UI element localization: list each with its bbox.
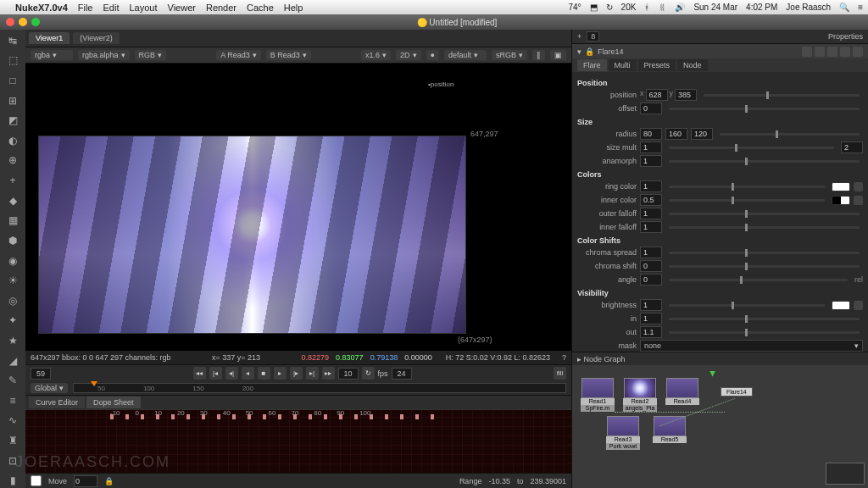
tab-flare[interactable]: Flare	[577, 59, 607, 71]
window-minimize-button[interactable]	[19, 18, 27, 26]
prop-value[interactable]: 1	[640, 299, 662, 311]
node-read5[interactable]: Read5	[653, 416, 687, 443]
prop-value[interactable]: 0	[640, 274, 662, 286]
lock-node-icon[interactable]: 🔒	[585, 47, 594, 56]
viewer-tab-1[interactable]: Viewer1	[29, 32, 70, 44]
increment-field[interactable]: 10	[338, 368, 359, 380]
tool-icon-2[interactable]: □	[4, 73, 21, 88]
keyframe[interactable]	[370, 414, 373, 419]
prop-value[interactable]: 0	[640, 103, 662, 114]
play-back-button[interactable]: ◂	[242, 367, 254, 380]
lock-icon[interactable]: 🔒	[104, 477, 114, 485]
keyframe[interactable]	[125, 414, 129, 419]
keyframe[interactable]	[217, 414, 220, 419]
keyframe[interactable]	[309, 414, 312, 419]
color-expand-button[interactable]	[854, 196, 863, 205]
tool-icon-18[interactable]: ≡	[4, 393, 21, 408]
current-frame-field[interactable]: 59	[31, 368, 51, 380]
play-forward-button[interactable]: ▸	[274, 367, 287, 380]
keyframe[interactable]	[415, 414, 419, 419]
keyframe[interactable]	[141, 414, 144, 419]
input-b-dropdown[interactable]: B Read3▾	[266, 50, 311, 60]
keyframe[interactable]	[232, 414, 236, 419]
app-name[interactable]: NukeX7.0v4	[15, 3, 68, 13]
keyframe[interactable]	[385, 414, 388, 419]
tool-icon-4[interactable]: ◩	[4, 113, 21, 128]
prop-value-x[interactable]: 628	[646, 89, 668, 101]
tool-icon-9[interactable]: ▦	[4, 213, 21, 228]
tool-icon-6[interactable]: ⊕	[4, 153, 21, 169]
move-checkbox[interactable]	[31, 475, 42, 486]
prop-value[interactable]: 1	[640, 247, 662, 258]
step-back-button[interactable]: ◂|	[225, 367, 238, 380]
tool-icon-13[interactable]: ◎	[4, 293, 21, 308]
node-read3[interactable]: Read3Pork wowt	[606, 416, 640, 450]
viewer-process-dropdown[interactable]: sRGB▾	[492, 50, 527, 60]
prop-slider[interactable]	[669, 331, 860, 334]
menu-cache[interactable]: Cache	[247, 3, 274, 13]
node-graph[interactable]: ▲ Read1SpFire.mRead2angels_PlaRead4Read3…	[572, 365, 868, 488]
move-field[interactable]	[74, 475, 97, 487]
prop-value[interactable]: 120	[691, 128, 713, 140]
alpha-dropdown[interactable]: rgba.alpha▾	[78, 50, 130, 60]
range-mode-dropdown[interactable]: Global▾	[31, 383, 68, 393]
prop-value[interactable]: 1	[640, 180, 662, 192]
prop-slider[interactable]	[720, 133, 860, 136]
tool-icon-10[interactable]: ⬢	[4, 233, 21, 248]
prop-value[interactable]: 0	[640, 260, 662, 272]
tool-icon-14[interactable]: ✦	[4, 313, 21, 329]
loop-button[interactable]: ↻	[362, 367, 375, 380]
prop-value[interactable]: 1	[640, 155, 662, 167]
dimension-dropdown[interactable]: 2D▾	[396, 50, 421, 60]
color-expand-button[interactable]	[854, 301, 863, 310]
prop-slider[interactable]	[669, 108, 860, 110]
menu-render[interactable]: Render	[206, 3, 236, 13]
keyframe[interactable]	[339, 414, 342, 419]
prop-slider[interactable]	[669, 304, 825, 307]
tool-icon-3[interactable]: ⊞	[4, 93, 21, 108]
play-prevkey-button[interactable]: |◂	[209, 367, 222, 380]
prop-value[interactable]: 1	[640, 141, 662, 153]
notifications-icon[interactable]: ≡	[858, 3, 863, 12]
prop-slider[interactable]	[669, 265, 860, 268]
color-swatch[interactable]	[832, 196, 850, 205]
node-icon-2[interactable]	[815, 47, 825, 57]
node-graph-minimap[interactable]	[826, 463, 865, 485]
menu-viewer[interactable]: Viewer	[168, 3, 196, 13]
tab-multi[interactable]: Multi	[609, 59, 637, 71]
keyframe[interactable]	[171, 414, 175, 419]
play-last-button[interactable]: ▸▸	[322, 367, 335, 380]
prop-slider[interactable]	[669, 213, 860, 215]
keyframe[interactable]	[186, 414, 190, 419]
keyframe[interactable]	[324, 414, 327, 419]
window-close-button[interactable]	[6, 18, 14, 26]
channel-dropdown[interactable]: rgba▾	[31, 50, 73, 60]
window-zoom-button[interactable]	[31, 18, 40, 26]
keyframe[interactable]	[293, 414, 297, 419]
step-forward-button[interactable]: |▸	[290, 367, 303, 380]
collapse-icon[interactable]: ▾	[577, 47, 581, 56]
tool-icon-19[interactable]: ∿	[4, 413, 21, 429]
volume-icon[interactable]: 🔊	[675, 3, 685, 12]
help-icon[interactable]: ?	[562, 353, 566, 362]
menu-layout[interactable]: Layout	[129, 3, 157, 13]
playhead[interactable]	[91, 381, 97, 386]
prop-slider[interactable]	[669, 186, 825, 188]
tool-icon-22[interactable]: ▮	[4, 473, 21, 488]
spotlight-icon[interactable]: 🔍	[839, 3, 849, 12]
keyframe[interactable]	[354, 414, 358, 419]
tool-icon-5[interactable]: ◐	[4, 133, 21, 148]
tool-icon-1[interactable]: ⬚	[4, 53, 21, 69]
node-icon-1[interactable]	[802, 47, 812, 57]
lut-dropdown[interactable]: default▾	[444, 50, 487, 60]
tool-icon-12[interactable]: ☀	[4, 273, 21, 288]
prop-slider[interactable]	[669, 226, 860, 229]
prop-slider[interactable]	[669, 199, 825, 202]
tool-icon-11[interactable]: ◉	[4, 253, 21, 269]
bluetooth-icon[interactable]: ᚼ	[644, 3, 649, 12]
prop-value[interactable]: 1	[640, 313, 662, 324]
menu-file[interactable]: File	[78, 3, 93, 13]
prop-value[interactable]: 160	[665, 128, 687, 140]
zoom-dropdown[interactable]: x1.6▾	[361, 50, 391, 60]
dropbox-icon[interactable]: ⬒	[590, 3, 598, 12]
